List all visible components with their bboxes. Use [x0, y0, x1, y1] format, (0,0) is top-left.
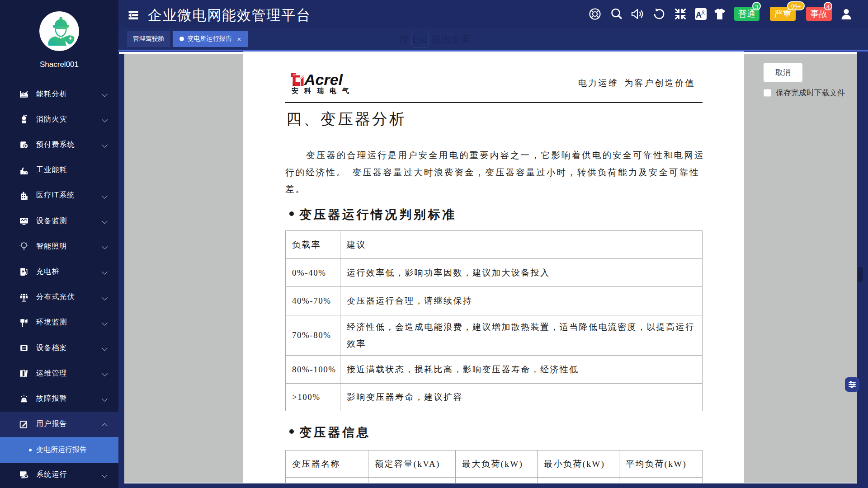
svg-text:文: 文 — [701, 9, 706, 15]
